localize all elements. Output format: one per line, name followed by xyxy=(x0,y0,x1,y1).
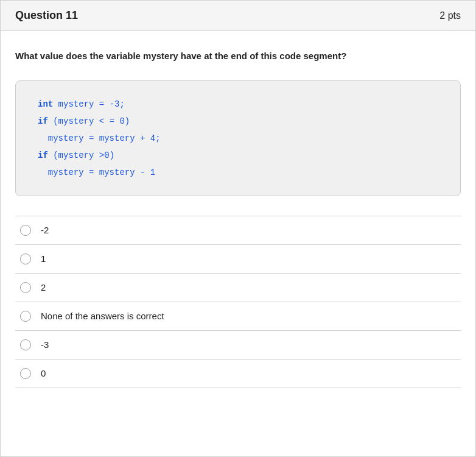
code-keyword-if1: if xyxy=(38,116,48,126)
question-points: 2 pts xyxy=(439,10,461,21)
option-label-neg3: -3 xyxy=(41,339,49,350)
code-line-3: mystery = mystery + 4; xyxy=(38,130,438,147)
radio-1[interactable] xyxy=(20,253,31,264)
option-none[interactable]: None of the answers is correct xyxy=(15,302,461,330)
option-label-2: 2 xyxy=(41,282,46,292)
radio-2[interactable] xyxy=(20,282,31,293)
option-label-0: 0 xyxy=(41,368,46,378)
code-line-2: if (mystery < = 0) xyxy=(38,113,438,130)
option-label-1: 1 xyxy=(41,253,46,264)
code-line-5: mystery = mystery - 1 xyxy=(38,164,438,181)
code-line-1: int mystery = -3; xyxy=(38,96,438,113)
option-neg3[interactable]: -3 xyxy=(15,330,461,359)
radio-0[interactable] xyxy=(20,368,31,379)
code-keyword-int: int xyxy=(38,99,53,109)
code-block: int mystery = -3; if (mystery < = 0) mys… xyxy=(15,80,461,196)
option-label-neg2: -2 xyxy=(41,225,49,235)
option-2[interactable]: 2 xyxy=(15,273,461,302)
radio-none[interactable] xyxy=(20,311,31,322)
radio-neg2[interactable] xyxy=(20,225,31,236)
option-label-none: None of the answers is correct xyxy=(41,311,164,321)
question-header: Question 11 2 pts xyxy=(1,1,475,31)
question-title: Question 11 xyxy=(15,9,78,22)
question-body: What value does the variable mystery hav… xyxy=(1,31,475,400)
radio-neg3[interactable] xyxy=(20,339,31,350)
option-1[interactable]: 1 xyxy=(15,244,461,273)
code-line-4: if (mystery >0) xyxy=(38,147,438,164)
option-neg2[interactable]: -2 xyxy=(15,216,461,244)
question-text: What value does the variable mystery hav… xyxy=(15,49,461,63)
question-card: Question 11 2 pts What value does the va… xyxy=(0,0,476,457)
code-keyword-if2: if xyxy=(38,151,48,160)
option-0[interactable]: 0 xyxy=(15,359,461,388)
options-list: -2 1 2 None of the answers is correct -3… xyxy=(15,216,461,388)
